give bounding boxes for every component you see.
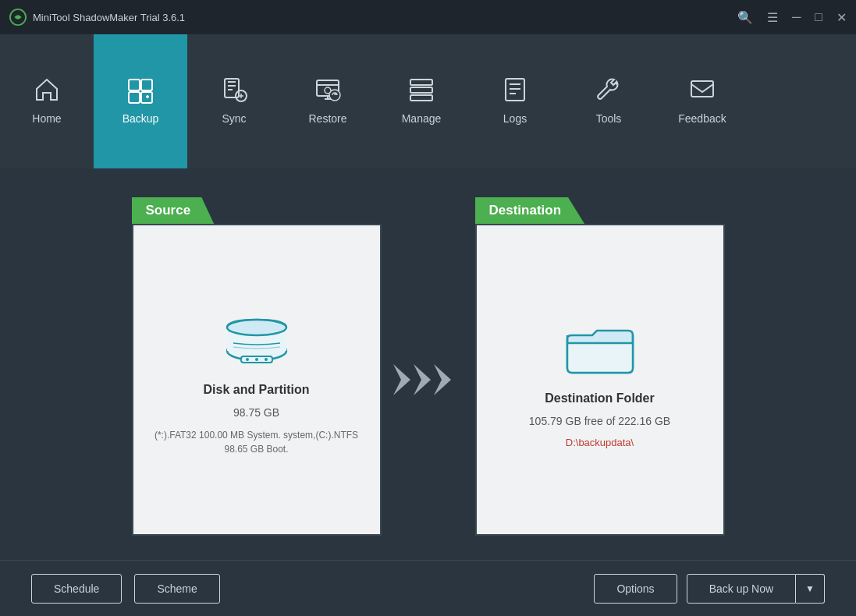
restore-icon <box>314 76 342 108</box>
svg-rect-14 <box>691 81 713 97</box>
destination-free: 105.79 GB free of 222.16 GB <box>529 415 670 427</box>
svg-point-17 <box>227 320 286 335</box>
logs-icon <box>501 76 529 108</box>
nav-label-tools: Tools <box>596 112 622 125</box>
source-detail: (*:).FAT32 100.00 MB System. system,(C:)… <box>133 428 380 456</box>
destination-section: Destination Destination Folder 105.79 GB… <box>475 193 725 536</box>
svg-marker-22 <box>393 364 410 395</box>
nav-label-feedback: Feedback <box>678 112 726 125</box>
arrow-area <box>382 360 475 399</box>
options-button[interactable]: Options <box>594 574 677 604</box>
nav-label-backup: Backup <box>123 112 159 125</box>
svg-rect-12 <box>410 95 432 101</box>
nav-item-logs[interactable]: Logs <box>468 34 562 168</box>
svg-point-21 <box>265 358 268 361</box>
app-logo-icon <box>9 9 27 26</box>
destination-path: D:\backupdata\ <box>566 437 634 448</box>
svg-rect-10 <box>410 80 432 85</box>
svg-marker-23 <box>414 364 431 395</box>
svg-rect-2 <box>141 80 152 90</box>
source-title: Disk and Partition <box>203 383 309 397</box>
nav-item-home[interactable]: Home <box>0 34 94 168</box>
svg-point-20 <box>255 358 258 361</box>
titlebar: MiniTool ShadowMaker Trial 3.6.1 🔍 ☰ ─ □… <box>0 0 856 34</box>
bottombar-left: Schedule Scheme <box>31 574 220 604</box>
destination-title: Destination Folder <box>545 391 654 405</box>
nav-item-backup[interactable]: Backup <box>94 34 187 168</box>
bottombar: Schedule Scheme Options Back up Now ▼ <box>0 560 856 616</box>
minimize-icon[interactable]: ─ <box>792 10 801 24</box>
source-label: Source <box>132 197 215 224</box>
scheme-button[interactable]: Scheme <box>134 574 219 604</box>
maximize-icon[interactable]: □ <box>815 10 822 24</box>
nav-label-restore: Restore <box>308 112 346 125</box>
nav-item-tools[interactable]: Tools <box>562 34 655 168</box>
svg-rect-1 <box>129 80 140 90</box>
app-title: MiniTool ShadowMaker Trial 3.6.1 <box>33 12 185 23</box>
sync-icon <box>220 76 248 108</box>
svg-rect-3 <box>129 92 140 103</box>
destination-label: Destination <box>475 197 585 224</box>
nav-label-home: Home <box>32 112 61 125</box>
nav-label-sync: Sync <box>222 112 246 125</box>
folder-icon <box>561 312 639 382</box>
nav-label-manage: Manage <box>402 112 442 125</box>
home-icon <box>33 76 61 108</box>
svg-rect-11 <box>410 87 432 93</box>
backup-dropdown-button[interactable]: ▼ <box>796 574 825 604</box>
backup-now-button[interactable]: Back up Now <box>687 574 796 604</box>
bottombar-right: Options Back up Now ▼ <box>594 574 825 604</box>
svg-point-9 <box>329 90 340 101</box>
nav-item-restore[interactable]: Restore <box>281 34 375 168</box>
destination-header: Destination <box>475 193 725 224</box>
close-icon[interactable]: ✕ <box>836 10 847 25</box>
source-section: Source Di <box>132 193 382 536</box>
svg-marker-24 <box>434 364 451 395</box>
search-icon[interactable]: 🔍 <box>737 10 753 25</box>
svg-point-19 <box>246 358 249 361</box>
disk-icon <box>218 303 296 373</box>
schedule-button[interactable]: Schedule <box>31 574 122 604</box>
navbar: Home Backup Sync <box>0 34 856 168</box>
titlebar-controls: 🔍 ☰ ─ □ ✕ <box>737 10 847 25</box>
feedback-icon <box>688 76 716 108</box>
destination-card[interactable]: Destination Folder 105.79 GB free of 222… <box>475 224 725 536</box>
titlebar-left: MiniTool ShadowMaker Trial 3.6.1 <box>9 9 185 26</box>
nav-item-sync[interactable]: Sync <box>187 34 281 168</box>
nav-item-manage[interactable]: Manage <box>375 34 468 168</box>
source-header: Source <box>132 193 382 224</box>
nav-item-feedback[interactable]: Feedback <box>655 34 749 168</box>
manage-icon <box>407 76 435 108</box>
menu-icon[interactable]: ☰ <box>767 10 778 25</box>
source-card[interactable]: Disk and Partition 98.75 GB (*:).FAT32 1… <box>132 224 382 536</box>
main-content: Source Di <box>0 168 856 560</box>
tools-icon <box>595 76 623 108</box>
nav-label-logs: Logs <box>503 112 527 125</box>
backup-icon <box>126 76 155 108</box>
source-size: 98.75 GB <box>233 406 279 419</box>
